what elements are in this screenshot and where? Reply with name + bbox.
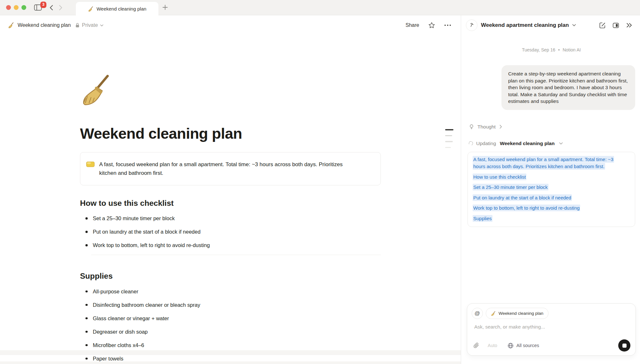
list-item[interactable]: Glass cleaner or vinegar + water	[80, 314, 381, 322]
diff-line: A fast, focused weekend plan for a small…	[473, 156, 625, 170]
context-chip-label: Weekend cleaning plan	[499, 311, 543, 316]
stop-icon	[622, 344, 627, 348]
list-item[interactable]: All-purpose cleaner	[80, 288, 381, 296]
main-area: Weekend cleaning plan Private Share	[0, 15, 461, 364]
tab-weekend-cleaning-plan[interactable]: Weekend cleaning plan	[76, 2, 158, 16]
new-tab-button[interactable]	[162, 4, 168, 11]
page-header: Weekend cleaning plan Private Share	[0, 15, 461, 35]
chat-date: Tuesday, Sep 16	[522, 47, 555, 52]
updating-status-row[interactable]: Updating Weekend cleaning plan	[468, 141, 635, 146]
sources-label: All sources	[516, 343, 539, 348]
sources-selector[interactable]: All sources	[508, 343, 539, 349]
notion-window: 3 Weekend cleaning plan	[0, 0, 640, 364]
diff-line: Set a 25–30 minute timer per block	[473, 184, 625, 191]
ai-panel: Weekend apartment cleaning plan Tuesday,…	[461, 15, 640, 364]
list-item[interactable]: Work top to bottom, left to right to avo…	[80, 241, 381, 249]
page-broom-icon[interactable]	[80, 73, 114, 107]
ai-edit-preview-card: A fast, focused weekend plan for a small…	[468, 152, 635, 227]
chevron-right-icon	[59, 5, 62, 11]
chevron-right-icon	[500, 125, 502, 129]
heading-how-to-use[interactable]: How to use this checklist	[80, 198, 381, 208]
notification-badge: 3	[40, 2, 46, 8]
list-item[interactable]: Put on laundry at the start of a block i…	[80, 228, 381, 236]
thought-toggle[interactable]: Thought	[468, 124, 635, 130]
spinner-icon	[468, 141, 474, 146]
ai-composer: @ Weekend cleaning plan Auto	[467, 303, 636, 356]
lock-icon	[75, 23, 80, 28]
broom-icon	[8, 22, 14, 28]
ai-thread-title: Weekend apartment cleaning plan	[481, 22, 569, 28]
panel-layout-toggle-button[interactable]	[612, 22, 620, 29]
collapse-panel-double-chevron-icon[interactable]	[626, 22, 633, 29]
breadcrumb[interactable]: Weekend cleaning plan	[8, 22, 71, 28]
traffic-lights	[0, 5, 26, 10]
diff-line: How to use this checklist	[473, 174, 625, 181]
page-title[interactable]: Weekend cleaning plan	[80, 125, 381, 143]
user-message-bubble: Create a step-by-step weekend apartment …	[501, 65, 635, 110]
list-item[interactable]: Microfiber cloths x4–6	[80, 341, 381, 349]
checklist-list: Set a 25–30 minute timer per block Put o…	[80, 214, 381, 249]
broom-icon	[88, 6, 94, 12]
new-chat-compose-button[interactable]	[599, 22, 606, 29]
share-button[interactable]: Share	[405, 22, 419, 28]
sidebar-toggle-button[interactable]: 3	[34, 4, 42, 11]
list-item[interactable]: Paper towels	[80, 355, 381, 363]
more-options-button[interactable]	[444, 24, 451, 26]
lightbulb-icon	[469, 124, 474, 130]
page-content: Weekend cleaning plan A fast, focused we…	[80, 35, 381, 364]
thread-chevron-down-icon[interactable]	[572, 24, 576, 27]
notion-ai-face-icon	[466, 19, 477, 31]
diff-line: Put on laundry at the start of a block i…	[473, 194, 625, 202]
summary-callout[interactable]: A fast, focused weekend plan for a small…	[80, 152, 381, 185]
list-item[interactable]: Disinfecting bathroom cleaner or bleach …	[80, 301, 381, 309]
list-item[interactable]: Degreaser or dish soap	[80, 328, 381, 336]
callout-text: A fast, focused weekend plan for a small…	[99, 160, 352, 177]
forward-button[interactable]	[59, 5, 62, 11]
privacy-dropdown[interactable]: Private	[75, 22, 103, 28]
chevron-down-icon	[559, 142, 563, 145]
chat-date-row: Tuesday, Sep 16 • Notion AI	[468, 47, 635, 52]
chat-provider: Notion AI	[563, 47, 581, 52]
ai-panel-header: Weekend apartment cleaning plan	[461, 15, 640, 35]
divider	[91, 255, 381, 255]
stop-generation-button[interactable]	[618, 339, 630, 352]
back-button[interactable]	[50, 5, 53, 11]
updating-target-page: Weekend cleaning plan	[500, 141, 555, 146]
outline-indicator[interactable]	[445, 129, 453, 148]
globe-icon	[508, 343, 514, 349]
dot-separator: •	[558, 47, 560, 52]
ai-prompt-input[interactable]	[472, 324, 625, 330]
diff-line: Work top to bottom, left to right to avo…	[473, 205, 625, 212]
chevron-down-icon	[100, 24, 103, 27]
mention-button[interactable]: @	[472, 308, 483, 319]
chevron-left-icon	[50, 5, 53, 11]
minimize-window-button[interactable]	[14, 5, 19, 10]
tab-label: Weekend cleaning plan	[97, 6, 147, 12]
heading-supplies[interactable]: Supplies	[80, 271, 381, 281]
supplies-list: All-purpose cleaner Disinfecting bathroo…	[80, 288, 381, 363]
diff-line: Supplies	[473, 215, 625, 222]
sponge-icon	[86, 160, 95, 167]
titlebar: 3 Weekend cleaning plan	[0, 0, 640, 15]
updating-label: Updating	[476, 141, 496, 146]
plus-icon	[162, 4, 168, 11]
thought-label: Thought	[477, 124, 496, 130]
attach-file-button[interactable]	[473, 342, 479, 349]
close-window-button[interactable]	[6, 5, 11, 10]
broom-icon	[491, 311, 496, 316]
model-mode-selector[interactable]: Auto	[488, 343, 497, 348]
privacy-label: Private	[82, 22, 98, 28]
list-item[interactable]: Set a 25–30 minute timer per block	[80, 214, 381, 222]
breadcrumb-title: Weekend cleaning plan	[18, 22, 71, 28]
zoom-window-button[interactable]	[21, 5, 26, 10]
favorite-star-button[interactable]	[428, 22, 435, 29]
ai-chat-area: Tuesday, Sep 16 • Notion AI Create a ste…	[461, 35, 640, 364]
context-page-chip[interactable]: Weekend cleaning plan	[486, 308, 548, 319]
